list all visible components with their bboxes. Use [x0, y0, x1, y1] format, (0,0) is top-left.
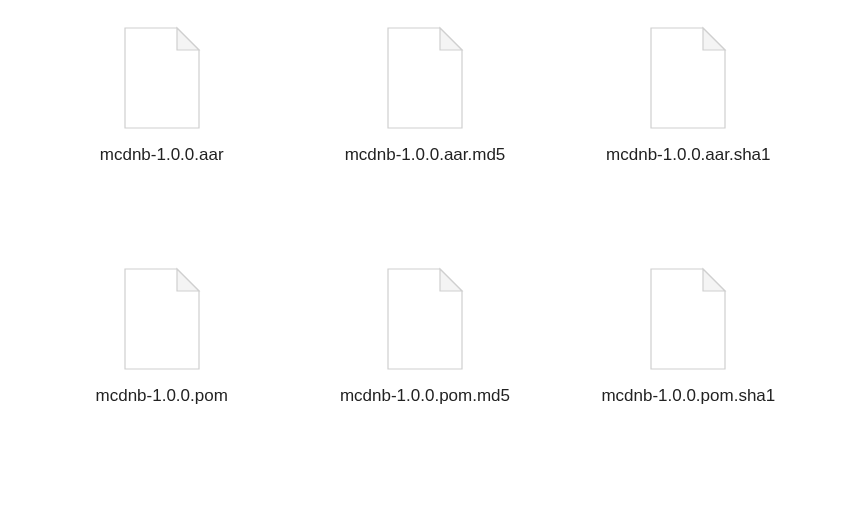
generic-document-icon	[121, 267, 203, 371]
file-item[interactable]: mcdnb-1.0.0.pom	[40, 261, 283, 492]
file-label: mcdnb-1.0.0.pom	[96, 385, 228, 406]
file-grid: mcdnb-1.0.0.aar mcdnb-1.0.0.aar.md5 mcdn…	[0, 0, 850, 522]
file-label: mcdnb-1.0.0.aar.md5	[345, 144, 506, 165]
generic-document-icon	[384, 267, 466, 371]
file-label: mcdnb-1.0.0.aar	[100, 144, 224, 165]
file-item[interactable]: mcdnb-1.0.0.pom.sha1	[567, 261, 810, 492]
generic-document-icon	[647, 26, 729, 130]
file-label: mcdnb-1.0.0.pom.md5	[340, 385, 510, 406]
generic-document-icon	[121, 26, 203, 130]
file-item[interactable]: mcdnb-1.0.0.aar.sha1	[567, 20, 810, 251]
file-item[interactable]: mcdnb-1.0.0.aar.md5	[303, 20, 546, 251]
file-label: mcdnb-1.0.0.aar.sha1	[606, 144, 770, 165]
file-item[interactable]: mcdnb-1.0.0.pom.md5	[303, 261, 546, 492]
generic-document-icon	[384, 26, 466, 130]
file-item[interactable]: mcdnb-1.0.0.aar	[40, 20, 283, 251]
generic-document-icon	[647, 267, 729, 371]
file-label: mcdnb-1.0.0.pom.sha1	[601, 385, 775, 406]
